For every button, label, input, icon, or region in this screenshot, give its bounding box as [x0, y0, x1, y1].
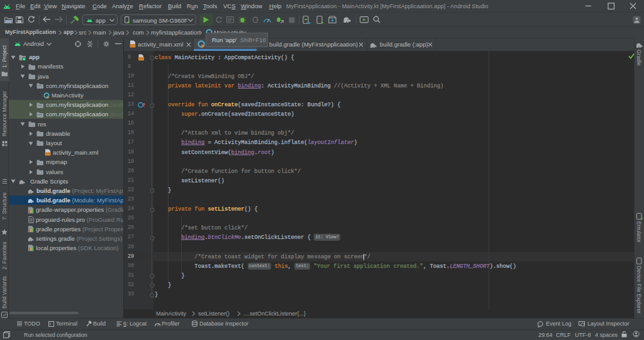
svg-text:</>: </>: [130, 44, 136, 47]
svg-text:</>: </>: [45, 152, 50, 155]
svg-text:</>: </>: [138, 57, 144, 60]
